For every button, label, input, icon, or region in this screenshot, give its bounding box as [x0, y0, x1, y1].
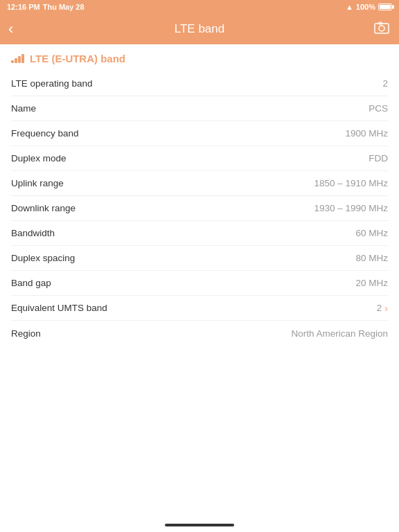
- status-time: 12:16 PM: [7, 3, 40, 11]
- row-value-text: 2: [382, 78, 388, 89]
- row-value-text: North American Region: [291, 328, 388, 339]
- row-label: Band gap: [11, 278, 51, 288]
- row-value: FDD: [369, 153, 388, 163]
- wifi-icon: ▲: [346, 3, 353, 11]
- row-value-text: FDD: [369, 153, 388, 163]
- row-label: Uplink range: [11, 178, 64, 188]
- row-value: PCS: [369, 103, 388, 114]
- row-value: 1930 – 1990 MHz: [314, 203, 388, 213]
- nav-title: LTE band: [175, 22, 224, 36]
- row-value: 2›: [377, 303, 388, 314]
- lte-band-table: LTE operating band2NamePCSFrequency band…: [11, 71, 388, 346]
- row-value: 60 MHz: [355, 228, 388, 238]
- status-bar: 12:16 PM Thu May 28 ▲ 100%: [0, 0, 399, 14]
- home-indicator: [165, 524, 234, 526]
- status-date: Thu May 28: [43, 3, 85, 11]
- row-value: 1850 – 1910 MHz: [314, 178, 388, 188]
- row-value: 20 MHz: [355, 278, 388, 288]
- table-row: Uplink range1850 – 1910 MHz: [11, 171, 388, 196]
- section-header: LTE (E-UTRA) band: [11, 53, 388, 64]
- row-value-text: 1930 – 1990 MHz: [314, 203, 388, 213]
- nav-bar: ‹ LTE band: [0, 14, 399, 44]
- row-label: Duplex mode: [11, 153, 66, 163]
- battery-percent: 100%: [356, 3, 375, 11]
- svg-point-1: [379, 26, 384, 31]
- main-content: LTE (E-UTRA) band LTE operating band2Nam…: [0, 44, 399, 354]
- row-label: Duplex spacing: [11, 253, 75, 263]
- row-value-text: 20 MHz: [355, 278, 388, 288]
- table-row: LTE operating band2: [11, 71, 388, 96]
- back-chevron-icon: ‹: [8, 21, 13, 37]
- row-label: Region: [11, 328, 41, 339]
- row-value: 80 MHz: [355, 253, 388, 263]
- chevron-right-icon: ›: [384, 303, 388, 314]
- row-label: Frequency band: [11, 128, 79, 139]
- row-value: North American Region: [291, 328, 388, 339]
- row-value-text: 1850 – 1910 MHz: [314, 178, 388, 188]
- row-value-text: 60 MHz: [355, 228, 388, 238]
- status-indicators: ▲ 100%: [346, 3, 392, 11]
- row-value-text: 1900 MHz: [345, 128, 388, 139]
- table-row: Frequency band1900 MHz: [11, 121, 388, 146]
- camera-icon: [374, 21, 389, 34]
- row-label: Name: [11, 103, 36, 114]
- row-value-text: PCS: [369, 103, 388, 114]
- row-value-text: 80 MHz: [355, 253, 388, 263]
- row-label: Equivalent UMTS band: [11, 303, 107, 313]
- status-time-date: 12:16 PM Thu May 28: [7, 3, 85, 11]
- battery-icon: [378, 3, 392, 10]
- table-row: RegionNorth American Region: [11, 321, 388, 346]
- table-row: Duplex spacing80 MHz: [11, 246, 388, 271]
- back-button[interactable]: ‹: [8, 21, 13, 37]
- section-title: LTE (E-UTRA) band: [30, 53, 125, 64]
- table-row: Downlink range1930 – 1990 MHz: [11, 196, 388, 221]
- table-row: NamePCS: [11, 96, 388, 121]
- row-value-text: 2: [377, 303, 382, 313]
- table-row: Bandwidth60 MHz: [11, 221, 388, 246]
- row-label: Bandwidth: [11, 228, 55, 238]
- table-row: Band gap20 MHz: [11, 271, 388, 296]
- row-value: 1900 MHz: [345, 128, 388, 139]
- table-row: Duplex modeFDD: [11, 146, 388, 171]
- table-row[interactable]: Equivalent UMTS band2›: [11, 296, 388, 321]
- row-label: Downlink range: [11, 203, 76, 213]
- row-label: LTE operating band: [11, 78, 93, 89]
- svg-rect-0: [375, 24, 389, 33]
- row-value: 2: [382, 78, 388, 89]
- signal-bars-icon: [11, 54, 24, 63]
- camera-button[interactable]: [374, 21, 389, 37]
